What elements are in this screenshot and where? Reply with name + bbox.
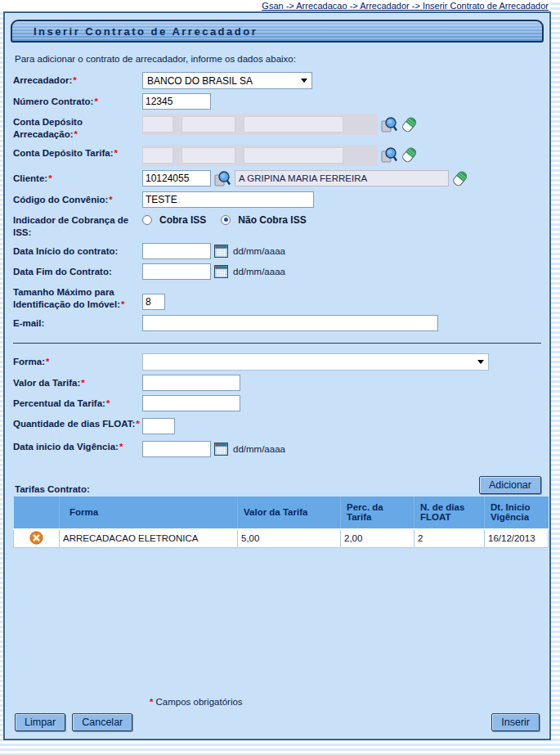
nao-cobra-iss-label: Não Cobra ISS	[238, 214, 306, 226]
note-text: Campos obrigatórios	[155, 697, 242, 707]
chevron-down-icon	[477, 360, 484, 364]
data-inicio-contrato-label: Data Início do contrato:	[13, 243, 142, 258]
chevron-down-icon	[301, 79, 307, 83]
eraser-icon[interactable]	[452, 170, 468, 187]
tarifas-table: Forma Valor da Tarifa Perc. da Tarifa N.…	[13, 497, 549, 548]
calendar-icon[interactable]	[214, 265, 228, 278]
date-format-hint: dd/mm/aaaa	[233, 444, 285, 454]
percentual-tarifa-input[interactable]	[142, 395, 240, 411]
valor-tarifa-label: Valor da Tarifa:*	[13, 375, 142, 389]
inserir-button[interactable]: Inserir	[491, 713, 540, 731]
label-text: Forma:	[13, 357, 45, 366]
forma-label: Forma:*	[13, 353, 142, 368]
codigo-convenio-label: Código do Convênio:*	[13, 191, 142, 206]
required-asterisk: *	[74, 129, 78, 139]
required-asterisk: *	[81, 378, 84, 388]
label-text: Número Contrato:	[13, 97, 93, 106]
required-asterisk: *	[48, 173, 52, 183]
cell-perc-tarifa: 2,00	[341, 529, 414, 548]
conta-tarifa-band	[142, 145, 378, 166]
field-row-conta-tarifa: Conta Depósito Tarifa:*	[13, 145, 541, 166]
field-row-percentual-tarifa: Percentual da Tarifa:*	[13, 395, 541, 411]
numero-contrato-label: Número Contrato:*	[13, 93, 142, 108]
field-row-tamanho-maximo: Tamanho Máximo para Identificação do Imó…	[13, 284, 541, 311]
table-row: ARRECADACAO ELETRONICA 5,00 2,00 2 16/12…	[14, 529, 549, 548]
label-text: Quantidade de dias FLOAT:	[13, 419, 135, 429]
conta-arrecadacao-band	[142, 114, 378, 135]
tarifas-bar: Tarifas Contrato: Adicionar	[15, 476, 541, 494]
codigo-convenio-input[interactable]	[142, 191, 314, 208]
required-asterisk: *	[119, 442, 123, 452]
page-title: Inserir Contrato de Arrecadador	[11, 20, 544, 43]
label-text: Cliente:	[13, 173, 47, 183]
label-text: Data Fim do Contrato:	[13, 267, 112, 276]
required-asterisk: *	[150, 697, 153, 707]
col-dias-float: N. de dias FLOAT	[414, 497, 485, 529]
eraser-icon[interactable]	[401, 146, 417, 164]
adicionar-button[interactable]: Adicionar	[479, 476, 541, 494]
data-inicio-contrato-input[interactable]	[142, 243, 211, 259]
email-input[interactable]	[142, 315, 438, 331]
field-row-codigo-convenio: Código do Convênio:*	[13, 191, 541, 208]
required-fields-note: *Campos obrigatórios	[149, 697, 541, 707]
conta-tarifa-agencia-input	[181, 147, 235, 164]
conta-tarifa-conta-input	[244, 147, 343, 164]
label-text: Conta Depósito Tarifa:	[13, 148, 113, 158]
button-bar: Limpar Cancelar Inserir	[13, 710, 541, 739]
delete-icon[interactable]	[29, 531, 43, 545]
date-format-hint: dd/mm/aaaa	[233, 246, 285, 256]
calendar-icon[interactable]	[214, 245, 228, 258]
arrecadador-select[interactable]: BANCO DO BRASIL SA	[142, 72, 312, 89]
label-text: Conta Depósito Arrecadação:	[13, 117, 83, 139]
required-asterisk: *	[109, 195, 112, 204]
label-text: Arrecadador:	[13, 75, 72, 85]
col-forma: Forma	[60, 497, 238, 529]
cobra-iss-radio[interactable]	[142, 215, 152, 225]
tamanho-maximo-input[interactable]	[142, 294, 165, 310]
data-inicio-vigencia-input[interactable]	[142, 441, 211, 457]
required-asterisk: *	[73, 75, 76, 85]
qtd-dias-float-input[interactable]	[142, 418, 175, 434]
conta-arrecadacao-label: Conta Depósito Arrecadação:*	[13, 114, 142, 141]
conta-arrecadacao-conta-input	[244, 116, 343, 133]
conta-arrecadacao-agencia-input	[181, 116, 235, 133]
numero-contrato-input[interactable]	[142, 93, 211, 110]
eraser-icon[interactable]	[401, 116, 417, 133]
form-content: Para adicionar o contrato de arrecadador…	[5, 43, 549, 739]
section-divider	[13, 343, 541, 344]
valor-tarifa-input[interactable]	[142, 375, 240, 391]
field-row-conta-arrecadacao: Conta Depósito Arrecadação:*	[13, 114, 541, 141]
field-row-data-inicio-contrato: Data Início do contrato: dd/mm/aaaa	[13, 243, 541, 259]
calendar-icon[interactable]	[214, 443, 228, 456]
percentual-tarifa-label: Percentual da Tarifa:*	[13, 395, 142, 410]
arrecadador-selected-value: BANCO DO BRASIL SA	[147, 75, 253, 87]
cell-inicio-vigencia: 16/12/2013	[485, 529, 549, 548]
cliente-code-input[interactable]	[142, 170, 211, 187]
conta-arrecadacao-banco-input	[142, 116, 173, 133]
conta-tarifa-label: Conta Depósito Tarifa:*	[13, 145, 142, 160]
data-fim-contrato-input[interactable]	[142, 263, 211, 280]
field-row-data-fim-contrato: Data Fim do Contrato: dd/mm/aaaa	[13, 263, 541, 280]
label-text: Percentual da Tarifa:	[13, 398, 105, 408]
field-row-numero-contrato: Número Contrato:*	[13, 93, 541, 110]
field-row-forma: Forma:*	[13, 353, 541, 371]
nao-cobra-iss-radio[interactable]	[221, 215, 231, 225]
col-inicio-vigencia: Dt. Inicio Vigência	[485, 497, 549, 529]
label-text: Valor da Tarifa:	[13, 378, 80, 388]
label-text: Data Início do contrato:	[13, 246, 118, 256]
date-format-hint: dd/mm/aaaa	[233, 267, 285, 276]
search-icon[interactable]	[214, 170, 231, 187]
search-icon[interactable]	[381, 146, 398, 164]
conta-tarifa-banco-input	[142, 147, 173, 164]
breadcrumb[interactable]: Gsan -> Arrecadacao -> Arrecadador -> In…	[0, 0, 550, 11]
page-title-text: Inserir Contrato de Arrecadador	[12, 25, 258, 38]
limpar-button[interactable]: Limpar	[15, 713, 65, 731]
label-text: E-mail:	[13, 318, 44, 328]
required-asterisk: *	[114, 148, 117, 158]
tamanho-maximo-label: Tamanho Máximo para Identificação do Imó…	[13, 284, 142, 311]
field-row-valor-tarifa: Valor da Tarifa:*	[13, 375, 541, 391]
forma-select[interactable]	[142, 353, 489, 371]
intro-text: Para adicionar o contrato de arrecadador…	[15, 54, 541, 64]
search-icon[interactable]	[381, 116, 398, 133]
cancelar-button[interactable]: Cancelar	[72, 713, 132, 731]
